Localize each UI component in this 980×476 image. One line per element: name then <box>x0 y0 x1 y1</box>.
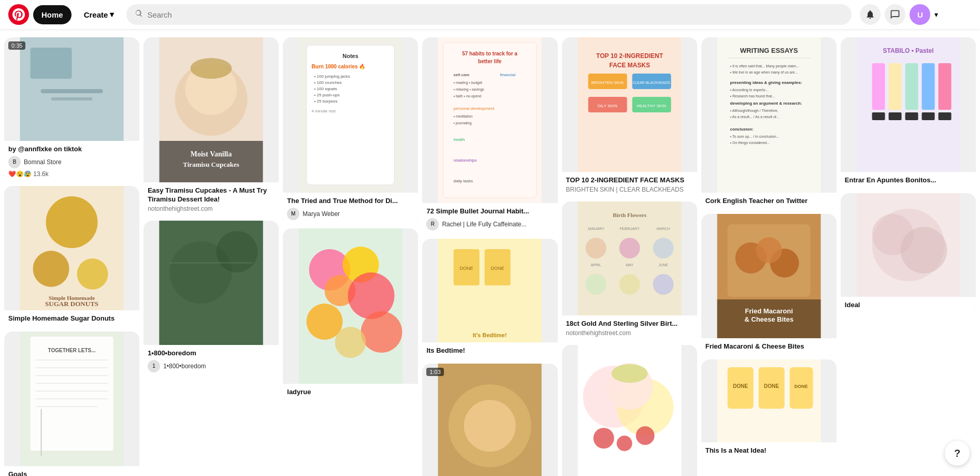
svg-text:SUGAR DONUTS: SUGAR DONUTS <box>45 300 98 308</box>
svg-rect-148 <box>872 112 885 120</box>
pin-title: by @annfIxke on tiktok <box>8 145 135 154</box>
svg-text:TOGETHER LETS...: TOGETHER LETS... <box>48 348 96 353</box>
svg-point-130 <box>756 237 782 263</box>
avatar[interactable]: U <box>910 4 930 25</box>
svg-text:JANUARY: JANUARY <box>587 227 604 230</box>
home-button[interactable]: Home <box>33 5 71 24</box>
pin-info: Fried Macaroni & Cheese Bites <box>701 338 837 355</box>
svg-rect-145 <box>905 63 918 110</box>
pin-card[interactable]: It's Bedtime! DONE DONE Its Bedtime! <box>422 239 557 359</box>
svg-point-49 <box>361 311 402 353</box>
pin-card[interactable]: 57 habits to track for a better life sel… <box>422 37 557 235</box>
author-avatar: B <box>8 156 21 168</box>
pin-info: Entrar En Apuntes Bonitos... <box>841 172 976 189</box>
pin-card[interactable]: Fried Macaroni & Cheese Bites Fried Maca… <box>701 214 837 355</box>
pin-info: by @annfIxke on tiktok B Bomnal Store ❤️… <box>4 141 139 182</box>
nav-icons: U ▾ <box>860 4 938 25</box>
messages-button[interactable] <box>885 4 905 25</box>
svg-point-107 <box>593 428 614 449</box>
pin-card[interactable]: Lemon Raspberry Cupcakes Lemon Raspberry… <box>562 345 697 476</box>
svg-point-74 <box>464 400 516 452</box>
svg-text:DONE: DONE <box>460 266 473 271</box>
pin-card[interactable]: Simple Homemade SUGAR DONUTS Simple Home… <box>4 186 139 327</box>
main-content: 0:35 by @annfIxke on tiktok B Bomnal Sto… <box>0 0 980 476</box>
svg-text:• Research has found that...: • Research has found that... <box>730 94 775 98</box>
svg-text:• To sum up... / In conclusion: • To sum up... / In conclusion... <box>730 135 779 139</box>
help-button[interactable]: ? <box>945 441 970 466</box>
svg-text:Burn 1000 calories 🔥: Burn 1000 calories 🔥 <box>312 63 366 70</box>
time-badge: 0:35 <box>8 41 25 50</box>
notifications-button[interactable] <box>860 4 881 25</box>
search-input[interactable] <box>147 10 843 19</box>
svg-point-99 <box>585 274 606 295</box>
pin-title: Its Bedtime! <box>426 347 553 355</box>
svg-text:• Although/though / Therefore,: • Although/though / Therefore, <box>730 109 778 113</box>
svg-point-31 <box>217 231 258 272</box>
pin-title: Ideal <box>845 301 972 310</box>
svg-point-47 <box>348 272 395 319</box>
author-name: Rachel | Life Fully Caffeinate... <box>442 221 526 228</box>
pin-card[interactable]: Moist Vanilla Tiramisu Cupcakes Easy Tir… <box>143 37 279 217</box>
svg-text:Fried Macaroni: Fried Macaroni <box>745 307 792 315</box>
pin-card[interactable]: ladyrue <box>283 228 418 401</box>
svg-rect-147 <box>938 63 951 110</box>
pin-subtitle: BRIGHTEN SKIN | CLEAR BLACKHEADS <box>566 186 693 193</box>
svg-point-108 <box>616 436 632 451</box>
pinterest-logo[interactable] <box>8 4 29 25</box>
svg-text:better life: better life <box>478 59 501 64</box>
svg-text:Tiramisu Cupcakes: Tiramisu Cupcakes <box>183 161 239 168</box>
svg-text:• We live in an age when many : • We live in an age when many of us are.… <box>730 70 798 75</box>
pin-author: M Marya Weber <box>287 208 414 220</box>
pin-info: ladyrue <box>283 384 418 401</box>
svg-rect-151 <box>921 112 934 120</box>
pin-info: 18ct Gold And Sterling Silver Birt...not… <box>562 315 697 341</box>
svg-text:FACE MASKS: FACE MASKS <box>609 62 650 69</box>
pin-info: 72 Simple Bullet Journal Habit... R Rach… <box>422 203 557 235</box>
pin-title: Simple Homemade Sugar Donuts <box>8 314 135 323</box>
svg-text:JUNE: JUNE <box>658 263 668 267</box>
svg-rect-143 <box>872 63 885 110</box>
svg-text:• reading • budget: • reading • budget <box>454 81 483 85</box>
pin-card[interactable]: TOGETHER LETS... Goals L Ladies Lounge <box>4 331 139 476</box>
svg-text:personal development: personal development <box>454 106 495 111</box>
svg-point-106 <box>611 364 647 383</box>
pin-card[interactable]: Ideal <box>841 193 976 314</box>
pin-subtitle: notonthehighstreet.com <box>148 205 275 212</box>
svg-text:relationships: relationships <box>454 158 477 163</box>
svg-text:daily tasks: daily tasks <box>454 179 473 183</box>
pin-card[interactable]: 0:35 by @annfIxke on tiktok B Bomnal Sto… <box>4 37 139 182</box>
svg-point-101 <box>653 274 673 295</box>
svg-text:• bath • no-spend: • bath • no-spend <box>454 94 482 98</box>
svg-text:Moist Vanilla: Moist Vanilla <box>191 150 232 158</box>
pin-title: 72 Simple Bullet Journal Habit... <box>426 207 553 216</box>
svg-point-100 <box>619 274 640 295</box>
pin-card[interactable]: DONE DONE DONE This Is a Neat Idea! <box>701 359 837 459</box>
pin-card[interactable]: Notes Burn 1000 calories 🔥 • 100 jumping… <box>283 37 418 224</box>
author-avatar: M <box>287 208 299 220</box>
svg-point-95 <box>653 238 673 258</box>
pin-card[interactable]: Birth Flowers JANUARY FEBRUARY MARCH APR… <box>562 201 697 341</box>
svg-text:FEBRUARY: FEBRUARY <box>619 227 639 230</box>
pin-title: Goals <box>8 470 135 476</box>
svg-text:DONE: DONE <box>733 383 748 389</box>
svg-text:MAY: MAY <box>626 263 633 267</box>
svg-rect-3 <box>51 97 93 100</box>
author-avatar: R <box>426 218 439 230</box>
pin-author: B Bomnal Store <box>8 156 135 168</box>
svg-text:• On things considered...: • On things considered... <box>730 141 769 145</box>
pin-card[interactable]: 1:03 PEANUT BUTTER FROSTING on Twitter <box>422 364 557 476</box>
create-button[interactable]: Create ▾ <box>76 5 123 24</box>
svg-rect-20 <box>41 409 42 456</box>
pin-info: 1•800•boredom 1 1•800•boredom <box>143 345 279 377</box>
svg-text:• relaxing • savings: • relaxing • savings <box>454 88 484 92</box>
pin-card[interactable]: TOP 10 2-INGREDIENT FACE MASKS BRIGHTEN … <box>562 37 697 197</box>
pin-card[interactable]: WRITING ESSAYS • It is often said that..… <box>701 37 837 210</box>
pin-card[interactable]: STABILO • Pastel Entrar En Apuntes Bonit… <box>841 37 976 189</box>
pin-card[interactable]: 1•800•boredom 1 1•800•boredom <box>143 221 279 377</box>
svg-text:It's Bedtime!: It's Bedtime! <box>473 332 507 338</box>
svg-text:Notes: Notes <box>343 53 359 59</box>
svg-point-50 <box>335 327 366 358</box>
author-name: 1•800•boredom <box>163 363 206 370</box>
svg-text:DONE: DONE <box>794 384 808 389</box>
account-chevron[interactable]: ▾ <box>934 10 938 19</box>
